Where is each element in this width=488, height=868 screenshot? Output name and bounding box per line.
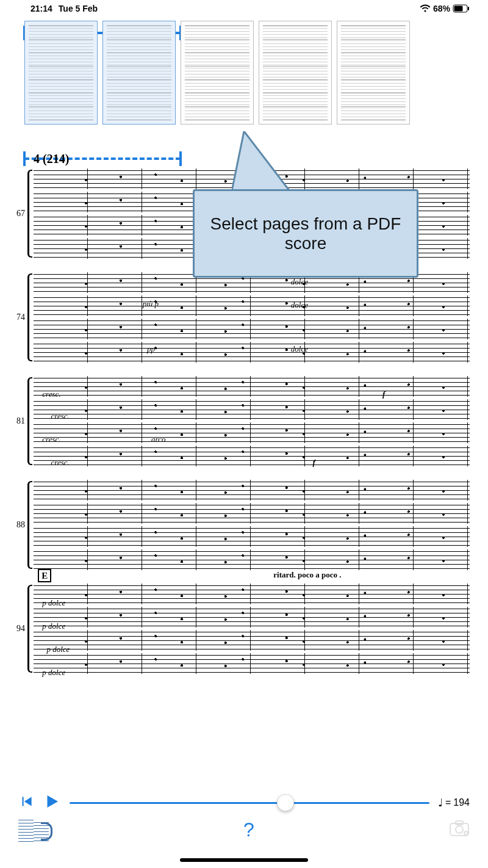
page-thumbnail-4[interactable]	[259, 21, 332, 125]
playback-bar: ♩ = 194	[0, 792, 488, 813]
svg-rect-1	[454, 6, 463, 12]
dynamic-marking: più p	[143, 299, 159, 309]
expression-marking: dolce	[291, 344, 308, 354]
tempo-value: 194	[453, 797, 470, 808]
home-indicator[interactable]	[180, 858, 308, 862]
dynamic-marking: cresc.	[51, 458, 70, 468]
measure-number: 74	[16, 313, 25, 322]
expression-marking: p dolce	[46, 645, 70, 654]
svg-rect-2	[468, 7, 469, 10]
wifi-icon	[420, 4, 431, 13]
skip-back-button[interactable]	[18, 794, 34, 812]
playback-slider[interactable]	[70, 802, 429, 804]
svg-point-6	[456, 826, 463, 833]
expression-marking: p dolce	[42, 621, 65, 631]
measure-number: 67	[16, 209, 25, 219]
battery-percent: 68%	[433, 4, 450, 13]
quarter-note-icon: ♩	[438, 796, 443, 809]
status-time: 21:14	[30, 4, 52, 13]
dynamic-marking: cresc.	[42, 435, 60, 444]
bottom-toolbar: ?	[0, 816, 488, 844]
measure-number: 81	[16, 416, 25, 426]
play-button[interactable]	[43, 792, 61, 813]
tempo-equals: =	[445, 797, 451, 808]
rehearsal-mark: E	[38, 569, 51, 582]
battery-icon	[453, 4, 470, 13]
page-thumbnail-2[interactable]	[102, 21, 176, 125]
playback-slider-thumb[interactable]	[277, 794, 294, 811]
expression-marking: dolce	[291, 300, 308, 310]
expression-marking: p dolce	[42, 668, 65, 678]
status-bar: 21:14 Tue 5 Feb 68%	[0, 0, 488, 15]
score-system: 94 E p dolce p dolce p dolce p dolce rit…	[34, 584, 470, 674]
expression-marking: p dolce	[42, 598, 65, 608]
page-thumbnail-3[interactable]	[181, 21, 254, 125]
camera-button[interactable]	[449, 820, 470, 839]
measure-number: 88	[16, 520, 25, 530]
measure-number: 94	[16, 624, 25, 634]
page-thumbnail-1[interactable]	[24, 21, 98, 125]
callout-text: Select pages from a PDF score	[207, 214, 404, 253]
expression-marking: dolce	[291, 277, 308, 287]
score-system: 81 cresc. cresc. cresc. cresc. arco f f	[34, 376, 470, 466]
score-system: 74 D più p pp dolce dolce dolce	[34, 272, 470, 363]
dynamic-marking: pp	[147, 344, 155, 354]
technique-marking: arco	[151, 435, 165, 444]
svg-marker-3	[232, 131, 290, 191]
dynamic-marking: cresc.	[42, 389, 60, 399]
dynamic-marking: f	[313, 458, 315, 468]
score-library-button[interactable]	[18, 817, 49, 842]
status-date: Tue 5 Feb	[59, 4, 98, 13]
dynamic-marking: f	[382, 389, 385, 399]
tooltip-callout: Select pages from a PDF score	[193, 189, 418, 278]
tempo-marking: ritard. poco a poco .	[273, 570, 341, 580]
tempo-display[interactable]: ♩ = 194	[438, 796, 470, 809]
score-system: 88	[34, 480, 470, 570]
page-thumbnail-5[interactable]	[337, 21, 410, 125]
page-thumbnail-strip[interactable]	[0, 15, 488, 149]
help-button[interactable]: ?	[243, 819, 254, 841]
dynamic-marking: cresc.	[51, 411, 70, 421]
